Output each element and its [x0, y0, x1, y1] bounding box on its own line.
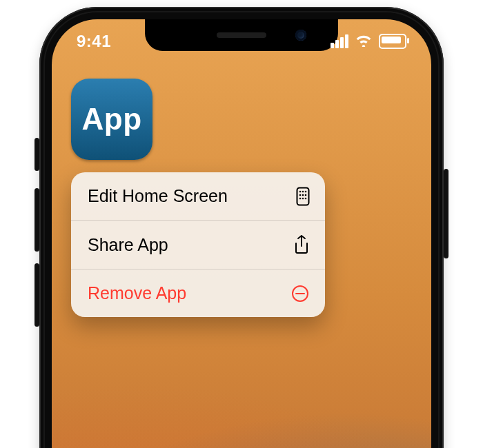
side-button [444, 169, 448, 258]
share-icon [293, 234, 310, 255]
screen: 9:41 App Edit Home Screen [52, 19, 431, 448]
volume-up-button [34, 188, 39, 252]
app-icon-label: App [81, 102, 141, 136]
svg-rect-0 [297, 187, 309, 205]
phone-frame: 9:41 App Edit Home Screen [39, 7, 444, 448]
svg-point-8 [302, 197, 304, 199]
status-bar: 9:41 [52, 29, 431, 54]
status-time: 9:41 [77, 32, 111, 51]
context-menu: Edit Home Screen Share App Remove App [71, 172, 325, 317]
minus-circle-icon [290, 284, 310, 303]
svg-point-5 [302, 194, 304, 196]
svg-point-4 [299, 194, 302, 196]
menu-item-label: Edit Home Screen [88, 186, 228, 206]
svg-point-9 [305, 197, 307, 199]
menu-item-edit-home-screen[interactable]: Edit Home Screen [71, 172, 325, 220]
ring-silent-switch [34, 138, 39, 171]
menu-item-label: Share App [88, 235, 168, 255]
svg-point-1 [299, 190, 302, 192]
svg-point-7 [299, 197, 302, 199]
menu-item-remove-app[interactable]: Remove App [71, 269, 325, 317]
battery-icon [379, 34, 406, 49]
svg-point-3 [305, 190, 307, 192]
menu-item-share-app[interactable]: Share App [71, 220, 325, 269]
wifi-icon [355, 32, 373, 51]
menu-item-label: Remove App [88, 283, 186, 303]
cellular-signal-icon [331, 34, 348, 48]
svg-point-2 [302, 190, 304, 192]
home-screen-edit-icon [296, 187, 310, 206]
volume-down-button [34, 263, 39, 327]
app-icon[interactable]: App [71, 79, 152, 160]
svg-point-6 [305, 194, 307, 196]
